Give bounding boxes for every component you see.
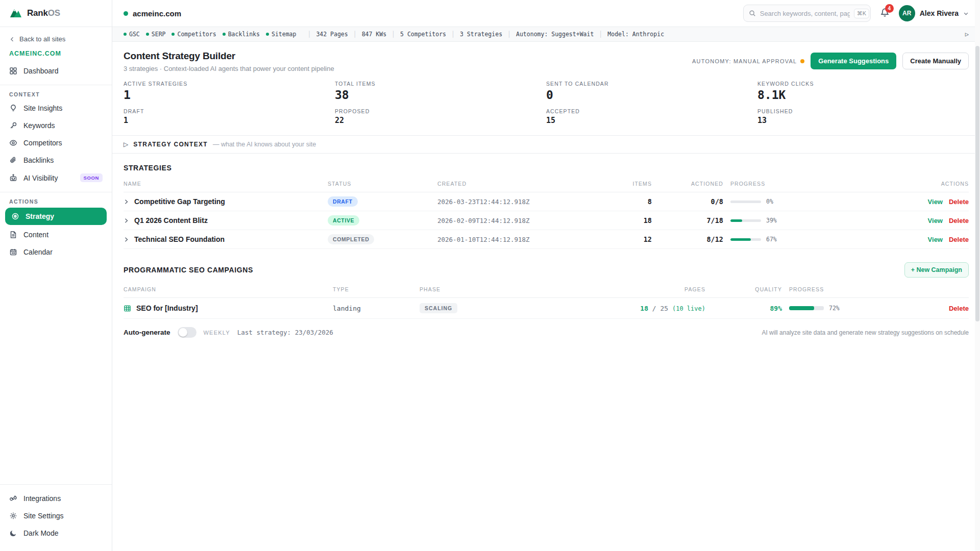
table-grid-icon: [124, 305, 131, 312]
items-count: 18: [606, 216, 652, 224]
stat-strategies: 3 Strategies: [460, 31, 502, 38]
progress-fill: [730, 238, 751, 241]
strategies-table-header: NAME STATUS CREATED ITEMS ACTIONED PROGR…: [124, 175, 969, 192]
chevron-right-icon[interactable]: [124, 218, 129, 223]
stat-draft: DRAFT1: [124, 108, 335, 125]
sidebar-item-dashboard[interactable]: Dashboard: [0, 62, 112, 80]
items-count: 12: [606, 235, 652, 243]
plug-icon: [9, 494, 17, 503]
progress-track: [730, 219, 761, 222]
sidebar-item-ai-visibility[interactable]: AI Visibility SOON: [0, 169, 112, 187]
progress-label: 39%: [766, 217, 777, 224]
progress-label: 72%: [829, 305, 840, 312]
stat-published: PUBLISHED13: [757, 108, 969, 125]
sidebar-item-calendar[interactable]: Calendar: [0, 243, 112, 261]
strategies-section: STRATEGIES NAME STATUS CREATED ITEMS ACT…: [112, 154, 980, 249]
brand-name: RankOS: [27, 8, 60, 18]
create-manually-button[interactable]: Create Manually: [902, 53, 969, 69]
chevron-right-icon[interactable]: [124, 237, 129, 242]
strategy-name[interactable]: Technical SEO Foundation: [124, 235, 328, 243]
view-link[interactable]: View: [928, 217, 943, 224]
progress-label: 67%: [766, 236, 777, 243]
status-badge: DRAFT: [328, 196, 358, 207]
view-link[interactable]: View: [928, 236, 943, 243]
campaign-row-seo-industry[interactable]: SEO for [Industry] landing SCALING 18 / …: [124, 298, 969, 319]
sidebar-item-backlinks[interactable]: Backlinks: [0, 152, 112, 169]
statusbar-expand-icon[interactable]: ▷: [965, 31, 969, 38]
strategy-row-q1-content-blitz[interactable]: Q1 2026 Content Blitz ACTIVE 2026-02-09T…: [124, 211, 969, 230]
frequency-label: WEEKLY: [204, 330, 230, 336]
chevron-right-icon[interactable]: [124, 199, 129, 205]
progress-track: [730, 201, 761, 203]
strategy-context-toggle[interactable]: ▷ STRATEGY CONTEXT — what the AI knows a…: [112, 136, 980, 154]
scrollbar-thumb[interactable]: [975, 46, 979, 321]
campaigns-title: PROGRAMMATIC SEO CAMPAIGNS: [124, 266, 253, 274]
strategy-name[interactable]: Competitive Gap Targeting: [124, 197, 328, 206]
last-strategy-date: Last strategy: 23/03/2026: [237, 329, 333, 336]
progress-track: [789, 306, 824, 310]
stat-accepted: ACCEPTED15: [546, 108, 757, 125]
new-campaign-button[interactable]: + New Campaign: [904, 262, 969, 278]
actioned-count: 8/12: [652, 235, 723, 243]
robot-icon: [9, 174, 17, 182]
progress-track: [730, 238, 761, 241]
search-input[interactable]: [760, 10, 850, 17]
sidebar-item-keywords[interactable]: Keywords: [0, 117, 112, 134]
sidebar-item-strategy[interactable]: Strategy: [5, 208, 107, 225]
progress: 39%: [723, 217, 851, 224]
stat-active-strategies: ACTIVE STRATEGIES1: [124, 81, 335, 102]
strategy-name[interactable]: Q1 2026 Content Blitz: [124, 216, 328, 224]
notification-count-badge: 4: [885, 4, 894, 13]
source-backlinks: Backlinks: [223, 31, 260, 38]
triangle-right-icon: ▷: [124, 141, 128, 148]
progress: 67%: [723, 236, 851, 243]
search-icon: [749, 10, 756, 17]
logo[interactable]: RankOS: [0, 0, 112, 27]
quality-score: 89%: [705, 305, 782, 312]
eye-icon: [9, 139, 17, 147]
auto-generate-toggle[interactable]: [178, 327, 197, 338]
stat-total-items: TOTAL ITEMS38: [335, 81, 546, 102]
sidebar: RankOS Back to all sites ACMEINC.COM Das…: [0, 0, 112, 551]
delete-link[interactable]: Delete: [949, 236, 969, 243]
view-link[interactable]: View: [928, 198, 943, 206]
auto-generate-row: Auto-generate WEEKLY Last strategy: 23/0…: [112, 319, 980, 346]
scrollbar[interactable]: [975, 0, 980, 551]
progress-fill: [789, 306, 814, 310]
sidebar-item-dark-mode[interactable]: Dark Mode: [0, 524, 112, 542]
sidebar-item-site-insights[interactable]: Site Insights: [0, 99, 112, 117]
delete-link[interactable]: Delete: [949, 198, 969, 206]
progress-label: 0%: [766, 198, 773, 205]
user-menu[interactable]: AR Alex Rivera: [899, 5, 969, 21]
delete-link[interactable]: Delete: [949, 217, 969, 224]
strategy-row-competitive-gap[interactable]: Competitive Gap Targeting DRAFT 2026-03-…: [124, 192, 969, 211]
sidebar-item-site-settings[interactable]: Site Settings: [0, 507, 112, 524]
sidebar-item-competitors[interactable]: Competitors: [0, 134, 112, 152]
progress: 0%: [723, 198, 851, 205]
top-header: acmeinc.com ⌘K 4 AR Alex Rivera: [112, 0, 980, 27]
sidebar-item-integrations[interactable]: Integrations: [0, 490, 112, 507]
campaigns-table-header: CAMPAIGN TYPE PHASE PAGES QUALITY PROGRE…: [124, 281, 969, 298]
pages-count: 18 / 25 (10 live): [593, 305, 705, 312]
strategy-row-technical-seo[interactable]: Technical SEO Foundation COMPLETED 2026-…: [124, 230, 969, 249]
generate-suggestions-button[interactable]: Generate Suggestions: [811, 53, 896, 69]
moon-icon: [9, 529, 17, 537]
created-date: 2026-01-10T12:44:12.918Z: [437, 236, 606, 243]
delete-link[interactable]: Delete: [949, 305, 969, 312]
back-to-all-sites[interactable]: Back to all sites: [0, 27, 112, 46]
campaigns-section: PROGRAMMATIC SEO CAMPAIGNS + New Campaig…: [112, 249, 980, 319]
campaign-name[interactable]: SEO for [Industry]: [124, 304, 333, 312]
source-gsc: GSC: [124, 31, 140, 38]
context-status-bar: GSC SERP Competitors Backlinks Sitemap │…: [112, 27, 980, 42]
page-subtitle: 3 strategies · Context-loaded AI agents …: [124, 65, 334, 72]
site-status-dot: [124, 11, 128, 16]
page-header: Content Strategy Builder 3 strategies · …: [112, 42, 980, 78]
sidebar-item-content[interactable]: Content: [0, 226, 112, 243]
lightbulb-icon: [9, 104, 17, 112]
search-shortcut-badge: ⌘K: [854, 9, 869, 18]
notifications-button[interactable]: 4: [880, 8, 890, 19]
global-search[interactable]: ⌘K: [743, 5, 871, 22]
user-name: Alex Rivera: [920, 9, 959, 17]
target-icon: [11, 212, 19, 220]
source-sitemap: Sitemap: [266, 31, 296, 38]
